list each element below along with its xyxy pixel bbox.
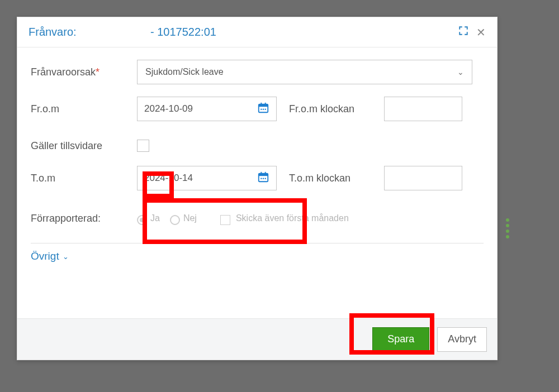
to-label: T.o.m bbox=[31, 173, 137, 184]
ovrigt-collapse[interactable]: Övrigt ⌄ bbox=[31, 250, 484, 262]
dialog-title: Frånvaro: - 1017522:01 bbox=[29, 26, 216, 39]
close-icon[interactable]: ✕ bbox=[476, 26, 486, 39]
dialog-footer: Spara Avbryt bbox=[17, 318, 497, 360]
reason-select[interactable]: Sjukdom/Sick leave ⌄ bbox=[137, 60, 472, 84]
svg-rect-8 bbox=[259, 173, 268, 176]
reason-value: Sjukdom/Sick leave bbox=[145, 67, 224, 77]
absence-dialog: Frånvaro: - 1017522:01 ✕ Frånvaroorsak* … bbox=[17, 17, 498, 360]
to-date-value: 2024-10-14 bbox=[144, 173, 193, 184]
svg-point-11 bbox=[260, 178, 262, 179]
expand-icon[interactable] bbox=[458, 26, 468, 39]
title-prefix: Frånvaro: bbox=[29, 26, 146, 39]
dialog-header: Frånvaro: - 1017522:01 ✕ bbox=[17, 17, 497, 47]
ongoing-checkbox[interactable] bbox=[137, 140, 149, 152]
radio-no bbox=[170, 215, 180, 225]
from-time-input[interactable] bbox=[384, 97, 462, 121]
ongoing-label: Gäller tillsvidare bbox=[31, 140, 137, 152]
radio-yes-label: Ja bbox=[150, 213, 160, 223]
resize-handle-icon[interactable] bbox=[506, 218, 509, 238]
from-date-value: 2024-10-09 bbox=[144, 103, 193, 114]
reason-label: Frånvaroorsak* bbox=[31, 66, 137, 78]
ovrigt-label: Övrigt bbox=[31, 250, 59, 262]
svg-point-13 bbox=[264, 178, 266, 179]
svg-point-4 bbox=[260, 108, 262, 109]
divider bbox=[31, 243, 484, 243]
row-reason: Frånvaroorsak* Sjukdom/Sick leave ⌄ bbox=[31, 60, 484, 84]
to-date-input[interactable]: 2024-10-14 bbox=[137, 166, 277, 190]
calendar-icon[interactable] bbox=[257, 102, 269, 117]
svg-point-5 bbox=[263, 108, 264, 109]
required-marker: * bbox=[96, 66, 100, 78]
radio-yes bbox=[137, 215, 147, 225]
to-time-input[interactable] bbox=[384, 166, 462, 190]
radio-no-label: Nej bbox=[183, 213, 197, 223]
send-first-month-label: Skicka även första månaden bbox=[236, 213, 349, 223]
header-actions: ✕ bbox=[458, 26, 486, 39]
prereported-label: Förrapporterad: bbox=[31, 213, 137, 224]
from-label: Fr.o.m bbox=[31, 103, 137, 115]
row-ongoing: Gäller tillsvidare bbox=[31, 133, 484, 158]
svg-point-6 bbox=[264, 108, 266, 109]
dialog-body: Frånvaroorsak* Sjukdom/Sick leave ⌄ Fr.o… bbox=[17, 47, 497, 318]
row-prereported: Förrapporterad: Ja Nej Skicka även först… bbox=[31, 206, 484, 231]
svg-rect-1 bbox=[259, 104, 268, 107]
row-to: T.o.m 2024-10-14 T.o.m klockan bbox=[31, 166, 484, 190]
cancel-button[interactable]: Avbryt bbox=[437, 327, 487, 352]
row-from: Fr.o.m 2024-10-09 Fr.o.m klockan bbox=[31, 97, 484, 121]
calendar-icon[interactable] bbox=[257, 171, 269, 186]
title-id: - 1017522:01 bbox=[150, 26, 216, 39]
chevron-down-icon: ⌄ bbox=[63, 252, 69, 261]
from-date-input[interactable]: 2024-10-09 bbox=[137, 97, 277, 121]
save-button[interactable]: Spara bbox=[372, 327, 429, 352]
send-first-month-checkbox bbox=[220, 215, 230, 225]
from-time-label: Fr.o.m klockan bbox=[289, 103, 384, 115]
svg-point-12 bbox=[263, 178, 264, 179]
to-time-label: T.o.m klockan bbox=[289, 173, 384, 184]
chevron-down-icon: ⌄ bbox=[457, 68, 464, 77]
